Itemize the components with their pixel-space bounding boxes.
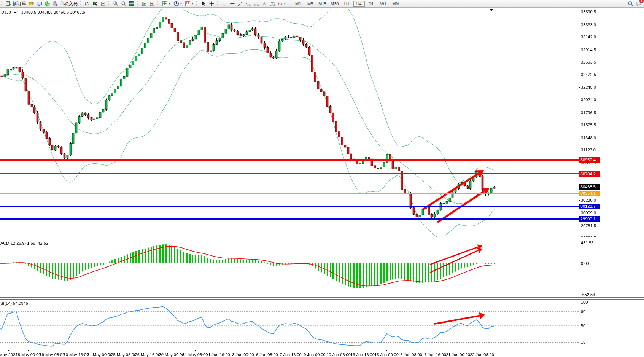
timeframe-m5-button[interactable]: M5 bbox=[305, 1, 316, 7]
tile-windows-icon bbox=[129, 1, 135, 6]
time-axis-label: 3 Jun 00:00 bbox=[232, 352, 254, 357]
new-order-label: 新订单 bbox=[13, 0, 26, 7]
crosshair-button[interactable] bbox=[208, 0, 216, 7]
macd-label: ACD(12,26,9) 1.56 -42.52 bbox=[0, 241, 48, 245]
chat-button[interactable]: 1 bbox=[634, 0, 642, 7]
rsi-level-label: 50 bbox=[581, 324, 585, 328]
indicators-button[interactable]: ▼ bbox=[161, 0, 172, 7]
periods-button[interactable]: ▼ bbox=[172, 0, 184, 7]
autoscroll-icon bbox=[142, 1, 147, 6]
text-label-button[interactable]: T bbox=[268, 0, 276, 7]
price-line-30354.1[interactable] bbox=[0, 193, 579, 194]
price-tick-label: 29781.5 bbox=[581, 223, 596, 228]
price-line-30468.5[interactable] bbox=[0, 187, 579, 187]
toolbar-grip bbox=[217, 1, 219, 6]
new-order-button[interactable]: 新订单 bbox=[5, 0, 27, 7]
templates-button[interactable]: ▼ bbox=[184, 0, 195, 7]
zoom-out-icon bbox=[121, 1, 127, 6]
timeframe-m30-button[interactable]: M30 bbox=[329, 1, 340, 7]
auto-scroll-button[interactable] bbox=[140, 0, 148, 7]
candle-chart-button[interactable] bbox=[91, 0, 99, 7]
search-button[interactable] bbox=[627, 0, 634, 7]
svg-text:A: A bbox=[262, 1, 266, 6]
zoom-in-button[interactable] bbox=[112, 0, 120, 7]
toolbar-grip bbox=[289, 1, 291, 6]
cursor-button[interactable] bbox=[200, 0, 208, 7]
bar-chart-button[interactable] bbox=[83, 0, 91, 7]
line-chart-icon bbox=[100, 1, 106, 6]
timeframe-h4-button[interactable]: H4 bbox=[353, 1, 365, 7]
arrows-icon bbox=[277, 1, 283, 6]
price-line-30704.2[interactable] bbox=[0, 173, 579, 174]
time-axis-label: 9 Jun 00:00 bbox=[304, 352, 326, 357]
rsi-level-label: 80 bbox=[581, 309, 585, 314]
alerts-icon bbox=[45, 1, 50, 6]
price-line-30950.4[interactable] bbox=[0, 159, 579, 161]
price-badge-30468.5: 30468.5 bbox=[579, 184, 600, 190]
panel-separator-rsi[interactable] bbox=[0, 297, 644, 300]
timeframe-m15-button[interactable]: M15 bbox=[317, 1, 328, 7]
price-badge-30950.4: 30950.4 bbox=[579, 157, 600, 163]
fibonacci-icon: F bbox=[253, 1, 259, 6]
time-axis-label: 13 Jun 16:00 bbox=[350, 352, 375, 357]
price-tick-label: 32472.5 bbox=[581, 72, 596, 77]
time-axis-label: 16 Jun 08:00 bbox=[398, 352, 422, 357]
timeframe-m1-button[interactable]: M1 bbox=[293, 1, 304, 7]
chart-shift-icon bbox=[149, 1, 155, 6]
chart-shift-button[interactable] bbox=[148, 0, 156, 7]
alerts-button[interactable] bbox=[43, 0, 51, 7]
toolbar: 新订单自动交易▼▼▼EFAT▼M1M5M15M30H1H4D1W1MN1 bbox=[0, 0, 644, 8]
time-axis-label: 17 Jun 16:00 bbox=[422, 352, 446, 357]
time-axis-label: 21 Jun 00:00 bbox=[446, 352, 470, 357]
crosshair-icon bbox=[209, 1, 215, 6]
vertical-line-button[interactable] bbox=[220, 0, 228, 7]
zoom-out-button[interactable] bbox=[120, 0, 128, 7]
time-axis-label: 26 May 16:00 bbox=[135, 352, 161, 357]
chevron-down-icon[interactable]: ▼ bbox=[283, 2, 286, 5]
timeframe-h1-button[interactable]: H1 bbox=[341, 1, 353, 7]
timeframe-mn-button[interactable]: MN bbox=[390, 1, 401, 7]
text-button[interactable]: A bbox=[260, 0, 268, 7]
price-line-30123.7[interactable] bbox=[0, 206, 579, 207]
price-axis-border bbox=[579, 8, 579, 350]
price-tick-label: 32914.5 bbox=[581, 48, 596, 52]
autotrade-button[interactable]: 自动交易 bbox=[51, 0, 79, 7]
tile-windows-button[interactable] bbox=[128, 0, 136, 7]
panel-separator-macd[interactable] bbox=[0, 237, 644, 239]
text-icon: A bbox=[261, 1, 267, 6]
toolbar-grip bbox=[137, 1, 140, 6]
price-line-29900.1[interactable] bbox=[0, 218, 579, 220]
toolbar-grip bbox=[108, 1, 111, 6]
indicators-icon bbox=[162, 1, 168, 6]
terminal-icon bbox=[37, 1, 42, 6]
price-tick-label: 33142.0 bbox=[581, 35, 596, 39]
label-icon: T bbox=[269, 1, 275, 6]
trendline-icon bbox=[237, 1, 243, 6]
chart-info-label: DJ30-,H4 30468.5 30468.5 30468.5 30468.5 bbox=[1, 10, 85, 14]
price-tick-label: 31348.0 bbox=[581, 135, 596, 140]
svg-text:T: T bbox=[271, 2, 273, 6]
chevron-down-icon[interactable]: ▼ bbox=[180, 2, 183, 5]
chevron-down-icon[interactable]: ▼ bbox=[168, 2, 171, 5]
arrow-tools-button[interactable]: ▼ bbox=[276, 0, 288, 7]
vline-icon bbox=[221, 1, 227, 6]
toolbar-grip bbox=[80, 1, 83, 6]
history-icon bbox=[29, 1, 34, 6]
line-chart-button[interactable] bbox=[99, 0, 107, 7]
hline-icon bbox=[229, 1, 235, 6]
price-tick-label: 30009.0 bbox=[581, 210, 596, 215]
chevron-down-icon[interactable]: ▼ bbox=[191, 2, 194, 5]
chart-canvas[interactable] bbox=[0, 8, 644, 357]
horizontal-line-button[interactable] bbox=[228, 0, 236, 7]
time-axis-label: 7 Jun 16:00 bbox=[280, 352, 302, 357]
price-badge-29900.1: 29900.1 bbox=[579, 216, 600, 222]
trendline-button[interactable] bbox=[236, 0, 244, 7]
timeframe-w1-button[interactable]: W1 bbox=[378, 1, 389, 7]
fibonacci-button[interactable]: F bbox=[252, 0, 260, 7]
market-watch-button[interactable] bbox=[27, 0, 35, 7]
time-axis-label: 25 May 08:00 bbox=[111, 352, 137, 357]
chart-window: DJ30-,H4 30468.5 30468.5 30468.5 30468.5… bbox=[0, 8, 644, 357]
equidistant-channel-button[interactable]: E bbox=[244, 0, 252, 7]
terminal-button[interactable] bbox=[35, 0, 43, 7]
timeframe-d1-button[interactable]: D1 bbox=[366, 1, 377, 7]
